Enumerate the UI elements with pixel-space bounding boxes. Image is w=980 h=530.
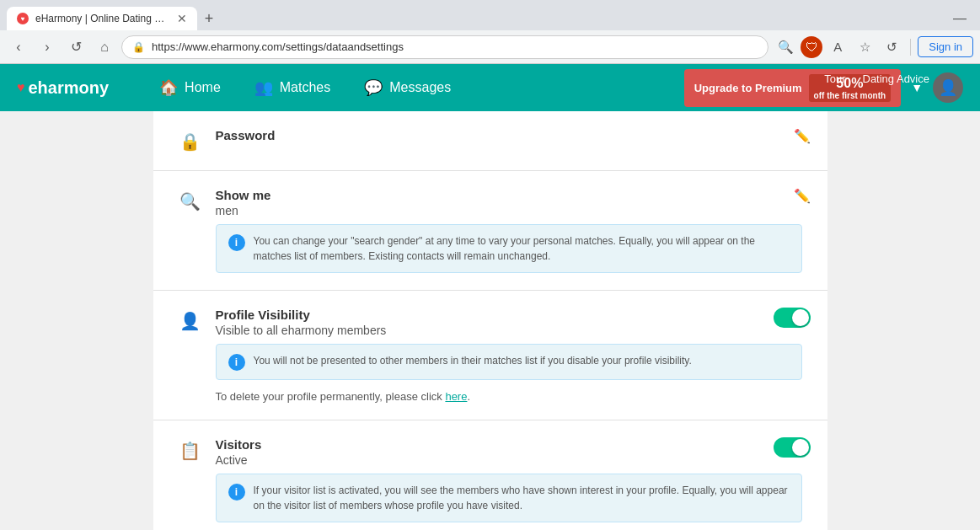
password-section: 🔒 Password ✏️ <box>153 111 827 171</box>
show-me-info-icon: i <box>228 234 245 251</box>
home-nav-icon: 🏠 <box>159 78 178 97</box>
extensions-button[interactable]: 🛡 <box>801 36 822 58</box>
forward-button[interactable]: › <box>35 35 59 59</box>
visitors-value: Active <box>216 453 802 467</box>
lock-icon: 🔒 <box>132 41 145 53</box>
show-me-info-text: You can change your "search gender" at a… <box>254 233 790 264</box>
close-tab-icon[interactable]: ✕ <box>177 12 187 25</box>
upgrade-label: Upgrade to Premium <box>694 82 802 94</box>
visitors-toggle[interactable] <box>774 437 811 458</box>
user-avatar[interactable]: 👤 <box>933 72 963 103</box>
matches-nav-icon: 👥 <box>254 78 273 97</box>
show-me-icon: 🔍 <box>179 190 202 213</box>
reload-button[interactable]: ↺ <box>64 35 88 59</box>
font-button[interactable]: A <box>826 35 849 59</box>
delete-profile-text: To delete your profile permanently, plea… <box>216 390 802 403</box>
nav-matches[interactable]: 👥 Matches <box>238 64 347 111</box>
show-me-content: Show me men i You can change your "searc… <box>216 188 802 273</box>
password-content: Password <box>216 128 802 144</box>
logo-text: eharmony <box>29 78 110 98</box>
delete-period: . <box>467 390 470 403</box>
content-area: 🔒 Password ✏️ 🔍 Show me men i You can ch… <box>153 111 827 530</box>
show-me-section: 🔍 Show me men i You can change your "sea… <box>153 171 827 291</box>
profile-visibility-section: 👤 Profile Visibility Visible to all ehar… <box>153 291 827 420</box>
nav-home-label: Home <box>185 80 221 95</box>
show-me-title: Show me <box>216 188 802 202</box>
minimize-button[interactable]: — <box>953 11 980 26</box>
discount-text: off the first month <box>814 91 886 100</box>
browser-action1[interactable]: ↺ <box>880 35 903 59</box>
profile-visibility-value: Visible to all eharmony members <box>216 324 802 337</box>
browser-toolbar: ‹ › ↺ ⌂ 🔒 https://www.eharmony.com/setti… <box>0 30 980 64</box>
visitors-info-text: If your visitor list is activated, you w… <box>254 483 790 513</box>
sign-in-button[interactable]: Sign in <box>918 36 973 57</box>
toggle-circle <box>792 309 809 326</box>
visitors-info-icon: i <box>228 484 245 501</box>
visitors-toggle-circle <box>792 439 809 456</box>
search-toolbar-button[interactable]: 🔍 <box>774 35 797 59</box>
password-title: Password <box>216 128 802 142</box>
dating-advice-link[interactable]: Dating Advice <box>863 72 930 85</box>
profile-visibility-title: Profile Visibility <box>216 308 802 322</box>
site-header: Tour Dating Advice ♥ eharmony 🏠 Home 👥 M… <box>0 64 980 111</box>
nav-home[interactable]: 🏠 Home <box>142 64 238 111</box>
browser-tab-bar: ♥ eHarmony | Online Dating Site f... ✕ +… <box>0 0 980 30</box>
nav-messages-label: Messages <box>389 80 451 95</box>
delete-prefix: To delete your profile permanently, plea… <box>216 390 446 403</box>
favorites-button[interactable]: ☆ <box>853 35 876 59</box>
visitors-section: 📋 Visitors Active i If your visitor list… <box>153 420 827 530</box>
profile-visibility-toggle[interactable] <box>774 308 811 328</box>
back-button[interactable]: ‹ <box>7 35 30 59</box>
address-bar[interactable]: 🔒 https://www.eharmony.com/settings/data… <box>121 35 768 59</box>
visitors-toggle-container <box>774 437 811 461</box>
password-icon: 🔒 <box>179 130 202 153</box>
profile-visibility-icon: 👤 <box>179 309 202 333</box>
site-nav: 🏠 Home 👥 Matches 💬 Messages <box>142 64 684 111</box>
password-edit-icon[interactable]: ✏️ <box>794 128 811 144</box>
messages-nav-icon: 💬 <box>364 78 383 97</box>
show-me-info-box: i You can change your "search gender" at… <box>216 224 802 273</box>
nav-messages[interactable]: 💬 Messages <box>347 64 468 111</box>
logo-heart-icon: ♥ <box>17 80 25 95</box>
main-nav: ♥ eharmony 🏠 Home 👥 Matches 💬 Messages <box>0 64 980 111</box>
toolbar-actions: 🔍 🛡 A ☆ ↺ Sign in <box>774 35 973 59</box>
tab-title: eHarmony | Online Dating Site f... <box>35 13 170 24</box>
visitors-content: Visitors Active i If your visitor list i… <box>216 437 802 522</box>
show-me-value: men <box>216 204 802 217</box>
visitors-title: Visitors <box>216 437 802 452</box>
top-links: Tour Dating Advice <box>824 72 929 85</box>
profile-visibility-content: Profile Visibility Visible to all eharmo… <box>216 308 802 403</box>
visitors-info-box: i If your visitor list is activated, you… <box>216 474 802 522</box>
nav-matches-label: Matches <box>280 80 330 95</box>
profile-visibility-info-box: i You will not be presented to other mem… <box>216 344 802 380</box>
new-tab-button[interactable]: + <box>197 7 221 30</box>
site-logo[interactable]: ♥ eharmony <box>17 78 109 98</box>
delete-here-link[interactable]: here <box>445 390 467 403</box>
profile-visibility-info-icon: i <box>228 354 245 371</box>
home-button[interactable]: ⌂ <box>93 35 116 59</box>
visitors-icon: 📋 <box>179 439 202 463</box>
tab-favicon: ♥ <box>17 13 29 24</box>
tour-link[interactable]: Tour <box>824 72 845 85</box>
profile-visibility-toggle-container <box>774 308 811 331</box>
page-wrapper: 🔒 Password ✏️ 🔍 Show me men i You can ch… <box>0 111 980 530</box>
url-text: https://www.eharmony.com/settings/dataan… <box>152 40 404 53</box>
profile-visibility-info-text: You will not be presented to other membe… <box>254 353 692 368</box>
toolbar-divider <box>910 39 911 56</box>
show-me-edit-icon[interactable]: ✏️ <box>794 188 811 204</box>
browser-tab[interactable]: ♥ eHarmony | Online Dating Site f... ✕ <box>7 7 197 30</box>
